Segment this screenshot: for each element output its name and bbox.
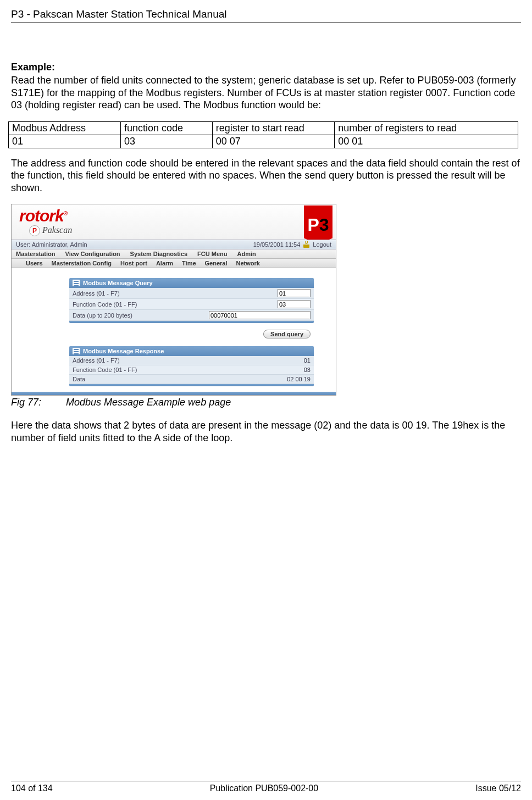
query-address-label: Address (01 - F7) — [73, 290, 120, 297]
submenu-time[interactable]: Time — [182, 260, 196, 266]
lock-icon — [303, 241, 309, 248]
menu-view-configuration[interactable]: View Configuration — [65, 251, 120, 257]
query-address-input[interactable] — [278, 289, 311, 297]
screenshot-footer-bar — [12, 392, 336, 395]
figure-title: Modbus Message Example web page — [66, 397, 231, 408]
td-register-count: 00 01 — [335, 135, 518, 148]
screenshot-body: Modbus Message Query Address (01 - F7) F… — [12, 268, 336, 395]
page-footer: 104 of 134 Publication PUB059-002-00 Iss… — [11, 781, 521, 793]
send-query-button[interactable]: Send query — [263, 330, 311, 338]
menu-admin[interactable]: Admin — [237, 251, 256, 257]
submenu-alarm[interactable]: Alarm — [156, 260, 173, 266]
main-menu: Masterstation View Configuration System … — [12, 249, 336, 259]
query-row-data: Data (up to 200 bytes) — [69, 310, 314, 321]
banner: rotork® PPakscan P3 — [12, 204, 336, 240]
datetime-label: 19/05/2001 11:54 — [253, 241, 301, 248]
response-address-label: Address (01 - F7) — [73, 357, 120, 364]
modbus-function-table: Modbus Address function code register to… — [8, 121, 518, 148]
pakscan-badge-icon: P — [29, 225, 40, 236]
submenu-general[interactable]: General — [205, 260, 228, 266]
example-paragraph-1: Read the number of field units connected… — [11, 74, 521, 112]
response-panel-footer — [69, 384, 314, 386]
th-register-count: number of registers to read — [335, 121, 518, 135]
logout-link[interactable]: Logout — [313, 241, 331, 248]
example-heading: Example: — [11, 62, 521, 73]
embedded-screenshot: rotork® PPakscan P3 User: Administrator,… — [11, 204, 336, 396]
th-address: Modbus Address — [9, 121, 121, 135]
query-function-input[interactable] — [278, 300, 311, 308]
publication-id: Publication PUB059-002-00 — [210, 784, 318, 793]
response-panel-title: Modbus Message Response — [83, 348, 164, 354]
figure-caption: Fig 77: Modbus Message Example web page — [11, 397, 521, 408]
td-register-start: 00 07 — [212, 135, 334, 148]
send-row: Send query — [69, 324, 314, 346]
sub-menu: Users Masterstation Config Host port Ala… — [12, 259, 336, 268]
table-header-row: Modbus Address function code register to… — [9, 121, 518, 135]
submenu-masterstation-config[interactable]: Masterstation Config — [52, 260, 112, 266]
menu-system-diagnostics[interactable]: System Diagnostics — [130, 251, 188, 257]
p3-logo: P3 — [304, 205, 332, 240]
response-function-value: 03 — [304, 366, 311, 373]
query-row-function: Function Code (01 - FF) — [69, 299, 314, 310]
submenu-host-port[interactable]: Host port — [120, 260, 147, 266]
user-label: User: Administrator, Admin — [16, 241, 87, 248]
menu-masterstation[interactable]: Masterstation — [16, 251, 56, 257]
response-panel-header: Modbus Message Response — [69, 346, 314, 356]
panel-icon — [73, 280, 80, 286]
example-paragraph-2: The address and function code should be … — [11, 157, 521, 195]
pakscan-logo: PPakscan — [29, 225, 72, 236]
issue-id: Issue 05/12 — [475, 784, 521, 793]
user-bar: User: Administrator, Admin 19/05/2001 11… — [12, 240, 336, 249]
th-register-start: register to start read — [212, 121, 334, 135]
response-data-value: 02 00 19 — [287, 376, 311, 382]
example-paragraph-3: Here the data shows that 2 bytes of data… — [11, 419, 521, 444]
td-address: 01 — [9, 135, 121, 148]
response-address-value: 01 — [304, 357, 311, 364]
table-row: 01 03 00 07 00 01 — [9, 135, 518, 148]
rotork-logo: rotork® — [19, 207, 67, 225]
td-function-code: 03 — [120, 135, 212, 148]
page-number: 104 of 134 — [11, 784, 53, 793]
response-function-label: Function Code (01 - FF) — [73, 366, 137, 373]
submenu-users[interactable]: Users — [26, 260, 43, 266]
response-row-address: Address (01 - F7) 01 — [69, 356, 314, 365]
query-panel-footer — [69, 321, 314, 323]
panel-icon — [73, 348, 80, 354]
submenu-network[interactable]: Network — [236, 260, 260, 266]
query-data-input[interactable] — [209, 311, 311, 319]
query-function-label: Function Code (01 - FF) — [73, 301, 137, 308]
query-row-address: Address (01 - F7) — [69, 288, 314, 299]
query-panel-title: Modbus Message Query — [83, 280, 153, 286]
response-row-data: Data 02 00 19 — [69, 375, 314, 384]
query-data-label: Data (up to 200 bytes) — [73, 312, 132, 319]
figure-number: Fig 77: — [11, 397, 63, 408]
response-data-label: Data — [73, 376, 85, 382]
th-function-code: function code — [120, 121, 212, 135]
query-panel-header: Modbus Message Query — [69, 278, 314, 288]
menu-fcu[interactable]: FCU Menu — [197, 251, 227, 257]
response-row-function: Function Code (01 - FF) 03 — [69, 365, 314, 375]
page-header: P3 - Pakscan Master Station Technical Ma… — [11, 8, 521, 23]
